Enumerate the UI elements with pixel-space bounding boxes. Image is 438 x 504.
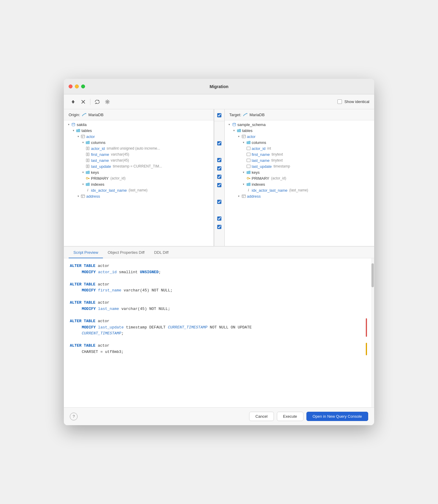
first-name-checkbox[interactable] [217,166,221,170]
keyword-alter-table: ALTER TABLE [70,300,95,305]
keyword-unsigned: UNSIGNED [140,270,158,274]
right-tree-keys[interactable]: ▾ keys [225,169,374,175]
cb-address[interactable] [214,223,224,231]
left-tree-actor-id[interactable]: actor_id smallint unsigned (auto increme… [64,145,214,151]
left-tree-first-name[interactable]: first_name varchar(45) [64,151,214,157]
cb-last-name[interactable] [214,173,224,181]
column-icon [246,152,251,157]
tab-object-properties-diff[interactable]: Object Properties Diff [103,247,149,258]
header-checkbox[interactable] [217,113,221,117]
chevron-icon: ▾ [76,194,81,199]
svg-rect-7 [86,147,87,150]
sql-plain: actor [95,343,110,348]
left-tree-idx[interactable]: i idx_actor_last_name (last_name) [64,187,214,193]
show-identical-label: Show identical [344,99,369,104]
execute-button[interactable]: Execute [277,412,303,421]
tab-script-preview[interactable]: Script Preview [69,247,103,258]
left-tree-indexes[interactable]: ▾ indexes [64,181,214,187]
close-button[interactable] [69,84,73,88]
last-name-type-right: tinytext [271,158,283,162]
idx-label-left: idx_actor_last_name [91,188,127,193]
right-tree-indexes[interactable]: ▾ indexes [225,181,374,187]
left-tree-primary[interactable]: PRIMARY (actor_id) [64,175,214,181]
cb-first-name[interactable] [214,164,224,173]
primary-checkbox[interactable] [217,200,221,204]
left-tree-sakila[interactable]: ▾ sakila [64,122,214,127]
svg-rect-34 [242,195,246,198]
cancel-button[interactable]: Cancel [249,412,274,421]
svg-rect-28 [247,159,250,162]
close-button[interactable] [79,98,88,106]
last-update-type-right: timestamp [274,164,290,168]
column-icon [246,158,251,163]
actor-id-checkbox[interactable] [217,158,221,162]
svg-rect-19 [81,195,85,198]
keyword-alter-table: ALTER TABLE [70,319,95,323]
chevron-icon: ▾ [66,122,71,127]
left-tree-last-update[interactable]: last_update timestamp = CURRENT_TIM... [64,163,214,169]
help-button[interactable]: ? [70,413,78,420]
right-tree-sample-schema[interactable]: ▾ sample_schema [225,122,374,127]
right-tree-actor-id[interactable]: actor_id int [225,145,374,151]
idx-checkbox[interactable] [217,216,221,221]
cb-actor-id[interactable] [214,156,224,164]
minimize-button[interactable] [75,84,79,88]
folder-icon [246,170,251,175]
window-title: Migration [210,84,229,89]
last-name-checkbox[interactable] [217,175,221,179]
right-tree-last-update[interactable]: last_update timestamp [225,163,374,169]
right-header-prefix: Target: [229,113,241,117]
sql-line-1-2: MODIFY actor_id smallint UNSIGNED; [70,269,368,276]
svg-rect-10 [88,153,89,156]
right-tree-primary[interactable]: PRIMARY (actor_id) [225,175,374,181]
keyword-modify: MODIFY [82,288,96,293]
folder-icon [76,128,81,133]
open-query-console-button[interactable]: Open in New Query Console [306,412,368,421]
sql-block-1: ALTER TABLE actor MODIFY actor_id smalli… [70,263,368,276]
address-label-right: address [247,194,261,199]
actor-id-label-right: actor_id [252,146,266,151]
right-tree-idx[interactable]: i idx_actor_last_name (last_name) [225,187,374,193]
columns-label-right: columns [252,140,266,145]
scrollbar-thumb[interactable] [371,263,374,287]
cb-last-update[interactable] [214,181,224,189]
maximize-button[interactable] [81,84,85,88]
right-tree-address[interactable]: ▾ address [225,193,374,199]
cb-actor[interactable] [214,139,224,147]
primary-label-left: PRIMARY [91,176,109,181]
settings-button[interactable] [103,98,112,106]
chevron-icon: ▾ [237,194,241,199]
show-identical-area: Show identical [337,99,369,104]
sql-id: last_update [96,325,124,330]
sql-plain: actor [95,300,110,305]
right-tree-tables[interactable]: ▾ tables [225,127,374,133]
right-tree-actor[interactable]: ▾ actor [225,133,374,139]
left-pane-header: Origin: MariaDB [64,109,214,120]
index-icon: i [246,188,251,193]
actor-label-left: actor [86,134,95,139]
header-checkbox-cell [214,109,224,121]
left-tree-keys[interactable]: ▾ keys [64,169,214,175]
navigate-up-button[interactable] [69,98,78,106]
right-tree-last-name[interactable]: last_name tinytext [225,157,374,163]
left-tree-last-name[interactable]: last_name varchar(45) [64,157,214,163]
table-icon [81,194,85,199]
tab-ddl-diff[interactable]: DDL Diff [149,247,173,258]
show-identical-checkbox[interactable] [337,99,342,104]
sakila-label: sakila [77,122,87,127]
left-tree-actor[interactable]: ▾ actor [64,133,214,139]
address-checkbox[interactable] [217,225,221,229]
cb-primary[interactable] [214,198,224,206]
sync-button[interactable] [93,98,102,106]
right-tree-first-name[interactable]: first_name tinytext [225,151,374,157]
sql-italic: CURRENT_TIMESTAMP [82,331,121,336]
right-tree-columns[interactable]: ▾ columns [225,139,374,145]
actor-checkbox[interactable] [217,141,221,145]
sql-plain: actor [95,264,110,268]
left-tree-address[interactable]: ▾ address [64,193,214,199]
last-update-checkbox[interactable] [217,183,221,187]
left-tree-tables[interactable]: ▾ tables [64,127,214,133]
left-tree-columns[interactable]: ▾ columns [64,139,214,145]
cb-idx[interactable] [214,214,224,223]
sql-id: last_name [96,307,119,311]
